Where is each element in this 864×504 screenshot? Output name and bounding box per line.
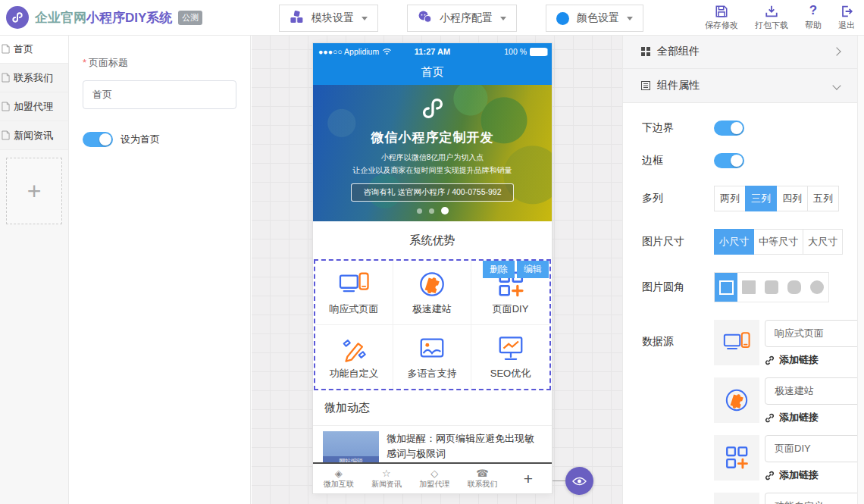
datasource-title-input[interactable] [765, 377, 858, 405]
beta-badge: 公测 [178, 11, 202, 25]
tab-add-button[interactable]: + [506, 470, 550, 488]
columns-segmented-control: 两列 三列 四列 五列 [714, 186, 839, 211]
chevron-right-icon [832, 47, 841, 55]
sidebar-item-contact[interactable]: 联系我们 [0, 64, 68, 92]
icon-grid: 响应式页面 极速建站 页面DIY 功能自定义 [315, 261, 549, 389]
page-title-label: *页面标题 [83, 56, 236, 70]
phone-nav-title: 首页 [421, 65, 444, 80]
datasource-title-input[interactable] [765, 493, 858, 504]
columns-option-3-selected[interactable]: 三列 [745, 186, 777, 211]
components-panel: 全部组件 组件属性 下边界 边框 多列 两列 三列 四列 五列 图片尺 [622, 35, 858, 504]
datasource-item-custom-function: 添加链接 [714, 493, 858, 504]
page-diy-icon [714, 435, 759, 481]
phone-nav-bar: 首页 [313, 60, 552, 85]
tab-contact[interactable]: ☎ 联系我们 [459, 468, 506, 490]
download-button[interactable]: 打包下载 [755, 4, 788, 31]
menu-color-settings[interactable]: 颜色设置 [546, 5, 643, 32]
edit-button[interactable]: 编辑 [517, 261, 549, 278]
tab-news[interactable]: ☆ 新闻资讯 [362, 468, 410, 490]
border-row: 边框 [623, 153, 858, 168]
tab-weijia[interactable]: ◈ 微加互联 [315, 468, 362, 490]
page-title-input[interactable] [83, 80, 236, 109]
image-size-segmented-control: 小尺寸 中等尺寸 大尺寸 [714, 229, 843, 255]
advantages-heading: 系统优势 [313, 221, 552, 259]
link-icon [765, 471, 775, 481]
save-button[interactable]: 保存修改 [705, 4, 738, 31]
banner-title: 微信小程序定制开发 [313, 129, 552, 146]
datasource-title-input[interactable] [765, 435, 858, 462]
link-icon [765, 413, 775, 423]
image-size-large[interactable]: 大尺寸 [803, 229, 843, 255]
sidebar-item-agent[interactable]: 加盟代理 [0, 92, 68, 121]
bottom-border-toggle[interactable] [714, 121, 744, 136]
carousel-dots [313, 207, 552, 214]
image-size-small-selected[interactable]: 小尺寸 [714, 229, 754, 255]
datasource-title-input[interactable] [765, 320, 858, 347]
add-link-button[interactable]: 添加链接 [765, 411, 858, 424]
radius-option-0[interactable] [737, 273, 760, 302]
border-toggle[interactable] [714, 153, 744, 168]
weijia-logo-icon [6, 6, 29, 29]
brand: 企业官网小程序DIY系统 公测 [6, 6, 202, 29]
header-menus: 模块设置 小程序配置 颜色设置 [279, 5, 643, 32]
preview-eye-button[interactable] [565, 467, 593, 495]
delete-button[interactable]: 删除 [483, 261, 515, 278]
carousel-dot[interactable] [429, 208, 434, 214]
header-actions: 保存修改 打包下载 ? 帮助 退出 [705, 4, 855, 31]
exit-icon [840, 4, 853, 18]
page-settings-panel: *页面标题 设为首页 [69, 35, 251, 504]
add-page-button[interactable]: + [6, 158, 62, 224]
exit-button[interactable]: 退出 [838, 4, 855, 31]
workspace-canvas: 11:27 AM ●●●○○ Applidium 100 % 首页 微信小程序定… [252, 35, 622, 504]
sidebar-item-news[interactable]: 新闻资讯 [0, 121, 68, 150]
phone-icon: ☎ [476, 468, 488, 479]
sidebar-item-home[interactable]: 首页 [0, 35, 68, 64]
radius-option-circle[interactable] [806, 273, 828, 302]
menu-miniprogram-config[interactable]: 小程序配置 [407, 5, 517, 32]
grid-cell-custom-function[interactable]: 功能自定义 [315, 325, 393, 389]
phone-tab-bar: ◈ 微加互联 ☆ 新闻资讯 ◇ 加盟代理 ☎ 联系我们 + [313, 462, 552, 493]
news-thumbnail: 网站编辑 [323, 431, 379, 466]
page-icon [2, 102, 10, 111]
grid-cell-responsive[interactable]: 响应式页面 [315, 261, 393, 325]
set-home-label: 设为首页 [121, 133, 160, 146]
component-properties-header[interactable]: 组件属性 [623, 69, 858, 103]
banner-cta-button[interactable]: 咨询有礼 送官网小程序 / 400-0755-992 [351, 183, 513, 202]
radius-option-medium[interactable] [783, 273, 806, 302]
chevron-down-icon [362, 17, 368, 23]
columns-option-5[interactable]: 五列 [807, 186, 839, 211]
set-home-row: 设为首页 [83, 132, 236, 147]
menu-module-settings[interactable]: 模块设置 [279, 5, 378, 32]
diamond-icon: ◈ [335, 468, 343, 479]
battery-icon [530, 48, 546, 56]
carousel-dot-active[interactable] [441, 207, 449, 214]
grid-icon [641, 47, 650, 56]
modules-icon [290, 10, 304, 27]
carousel-dot[interactable] [417, 208, 422, 214]
seo-icon [495, 334, 527, 363]
chevron-down-icon [500, 17, 506, 23]
grid-cell-seo[interactable]: SEO优化 [471, 325, 549, 389]
banner-component[interactable]: 微信小程序定制开发 小程序以微信8亿用户为切入点 让企业以及商家在短时间里实现提… [313, 85, 552, 221]
add-link-button[interactable]: 添加链接 [765, 468, 858, 482]
radius-option-small[interactable] [760, 273, 783, 302]
add-link-button[interactable]: 添加链接 [765, 353, 858, 367]
list-icon [641, 81, 650, 90]
columns-option-2[interactable]: 两列 [714, 186, 746, 211]
speed-build-icon [714, 377, 759, 423]
help-button[interactable]: ? 帮助 [805, 4, 822, 31]
radius-option-square-selected[interactable] [715, 273, 737, 302]
image-size-row: 图片尺寸 小尺寸 中等尺寸 大尺寸 [623, 229, 858, 255]
page-icon [2, 44, 10, 54]
image-size-medium[interactable]: 中等尺寸 [753, 229, 803, 255]
grid-cell-speed-build[interactable]: 极速建站 [393, 261, 471, 325]
pages-sidebar: 首页 联系我们 加盟代理 新闻资讯 + [0, 35, 69, 504]
panel-scrollbar[interactable] [857, 35, 864, 504]
set-home-toggle[interactable] [83, 132, 113, 147]
speed-build-icon [416, 270, 448, 299]
selected-grid-component[interactable]: 删除 编辑 响应式页面 极速建站 页面DIY [314, 259, 551, 390]
grid-cell-multi-language[interactable]: 多语言支持 [393, 325, 471, 389]
all-components-header[interactable]: 全部组件 [623, 35, 858, 69]
columns-option-4[interactable]: 四列 [776, 186, 808, 211]
tab-agent[interactable]: ◇ 加盟代理 [411, 468, 459, 490]
